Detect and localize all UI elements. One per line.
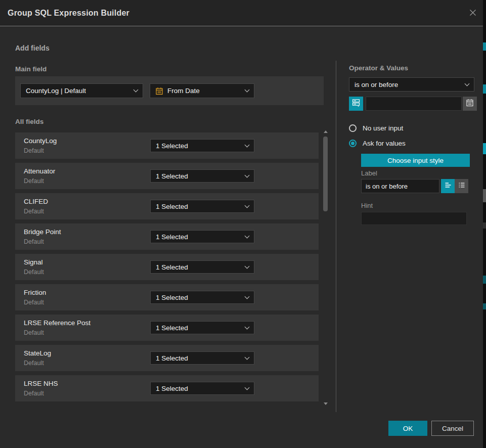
value-date-input[interactable] [366,97,462,111]
choose-input-style-button[interactable]: Choose input style [361,154,470,167]
chevron-down-icon [245,87,250,93]
chevron-down-icon [465,81,470,86]
chevron-down-icon [245,263,250,268]
field-values-select-value: 1 Selected [156,385,188,392]
chevron-down-icon [245,324,250,329]
input-style-single-button[interactable] [441,179,455,193]
field-values-select[interactable]: 1 Selected [150,260,254,274]
field-values-select-value: 1 Selected [156,142,188,150]
field-values-select[interactable]: 1 Selected [150,321,254,334]
hint-input[interactable] [361,212,467,225]
all-fields-label: All fields [15,118,43,125]
main-field-label: Main field [15,65,47,73]
layer-select[interactable]: CountyLog | Default [20,83,143,98]
chevron-down-icon [245,294,250,299]
close-icon [468,8,477,19]
all-fields-list: CountyLog Default 1 Selected Attenuator … [15,132,319,406]
field-subtitle: Default [24,329,44,336]
operator-select-value: is on or before [355,81,398,88]
field-values-select-value: 1 Selected [156,263,188,271]
field-values-select-value: 1 Selected [156,172,188,180]
chevron-down-icon [134,87,139,93]
add-fields-heading: Add fields [15,44,50,52]
field-name: LRSE Reference Post [24,319,91,327]
input-style-list-button[interactable] [455,179,468,193]
background-app-fragment [483,42,486,51]
value-input-row [349,97,469,111]
background-app-fragment [483,84,486,94]
dialog-title: Group SQL Expression Builder [8,0,129,26]
value-list-icon [352,99,360,109]
field-values-select-value: 1 Selected [156,354,188,362]
calendar-icon [155,87,163,95]
field-values-select[interactable]: 1 Selected [150,382,254,395]
radio-icon [349,124,357,132]
chevron-down-icon [245,354,250,360]
main-field-select[interactable]: From Date [150,83,254,98]
field-row: Bridge Point Default 1 Selected [15,223,319,250]
label-field-label: Label [361,169,377,177]
scrollbar-thumb[interactable] [323,137,328,211]
radio-ask-for-values[interactable]: Ask for values [349,139,406,147]
field-row: CLIFED Default 1 Selected [15,193,319,219]
field-values-select-value: 1 Selected [156,203,188,210]
background-app-edge [483,0,486,448]
background-app-fragment [483,303,486,309]
main-field-panel: CountyLog | Default From Date [15,76,324,105]
scrollbar-down-arrow[interactable] [324,402,328,405]
chevron-down-icon [245,385,250,390]
hint-field-label: Hint [361,202,373,209]
background-app-fragment [483,143,486,154]
calendar-icon [466,99,474,109]
field-values-select[interactable]: 1 Selected [150,200,254,213]
chevron-down-icon [245,233,250,238]
chevron-down-icon [245,142,250,147]
ok-button[interactable]: OK [388,421,427,436]
field-subtitle: Default [24,390,44,397]
field-values-select-value: 1 Selected [156,324,188,332]
background-app-fragment [483,276,486,284]
chevron-down-icon [245,203,250,208]
field-name: CountyLog [24,137,57,145]
close-button[interactable] [468,9,478,19]
field-row: Friction Default 1 Selected [15,284,319,310]
operator-values-heading: Operator & Values [349,64,408,72]
scrollbar-up-arrow[interactable] [324,130,328,133]
field-name: StateLog [24,349,51,357]
layer-select-value: CountyLog | Default [26,87,86,95]
align-left-icon [444,181,452,191]
label-input[interactable] [361,179,439,193]
radio-label: Ask for values [363,140,406,147]
field-row: LRSE Reference Post Default 1 Selected [15,315,319,341]
field-values-select-value: 1 Selected [156,294,188,301]
field-values-select[interactable]: 1 Selected [150,230,254,243]
field-row: LRSE NHS Default 1 Selected [15,375,319,401]
background-app-fragment [483,189,486,202]
value-type-button[interactable] [349,97,363,111]
radio-icon [349,140,357,147]
field-subtitle: Default [24,177,44,185]
field-values-select[interactable]: 1 Selected [150,351,254,365]
field-row: Signal Default 1 Selected [15,254,319,280]
field-row: Attenuator Default 1 Selected [15,163,319,189]
field-values-select[interactable]: 1 Selected [150,139,254,152]
field-values-select[interactable]: 1 Selected [150,169,254,183]
field-name: CLIFED [24,198,48,205]
group-sql-expression-builder-dialog: Group SQL Expression Builder Add fields … [0,0,486,448]
dialog-titlebar: Group SQL Expression Builder [0,0,483,26]
main-field-select-value: From Date [167,87,200,95]
bulleted-list-icon [458,181,466,191]
radio-no-user-input[interactable]: No user input [349,124,403,132]
field-subtitle: Default [24,268,44,276]
field-subtitle: Default [24,147,44,154]
field-subtitle: Default [24,360,44,367]
field-values-select[interactable]: 1 Selected [150,291,254,304]
field-name: Attenuator [24,167,55,175]
chevron-down-icon [245,172,250,177]
field-name: LRSE NHS [24,380,58,387]
cancel-button[interactable]: Cancel [431,421,474,436]
field-row: CountyLog Default 1 Selected [15,132,319,159]
operator-select[interactable]: is on or before [349,77,474,92]
date-picker-button[interactable] [463,97,477,111]
field-name: Friction [24,289,46,296]
